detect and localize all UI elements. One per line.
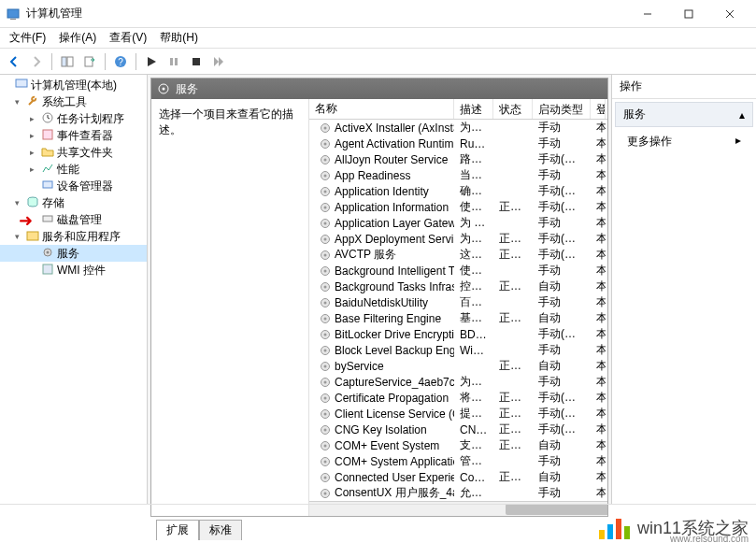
restart-service-button[interactable] <box>208 51 229 72</box>
service-startup: 自动 <box>533 310 591 326</box>
maximize-button[interactable] <box>668 1 709 27</box>
svg-point-28 <box>163 88 165 91</box>
tree-event-viewer[interactable]: ▸事件查看器 <box>0 127 147 144</box>
service-row[interactable]: AVCTP 服务这是 ...正在 ...手动(触发 ...本 <box>309 247 607 263</box>
service-row[interactable]: Application Information使用 ...正在 ...手动(触发… <box>309 199 607 215</box>
service-icon <box>319 392 332 405</box>
gear-folder-icon <box>26 229 39 245</box>
service-row[interactable]: AppX Deployment Service ...为部 ...正在 ...手… <box>309 231 607 247</box>
service-logon: 本 <box>591 294 606 310</box>
service-row[interactable]: BitLocker Drive Encryption ...BDE...手动(触… <box>309 326 607 342</box>
service-row[interactable]: Background Tasks Infrastru...控制 ...正在 ..… <box>309 279 607 294</box>
tree-shared-folders[interactable]: ▸共享文件夹 <box>0 144 147 161</box>
svg-point-48 <box>324 269 327 272</box>
service-row[interactable]: Client License Service (Clip...提供 ...正在 … <box>309 406 607 422</box>
service-logon: 本 <box>591 390 606 406</box>
service-desc: 使用 ... <box>454 199 493 215</box>
service-row[interactable]: BaiduNetdiskUtility百度 ...手动本 <box>309 294 607 310</box>
toolbar-separator <box>105 53 106 70</box>
svg-point-70 <box>324 444 327 447</box>
tree-performance[interactable]: ▸性能 <box>0 161 147 178</box>
minimize-button[interactable] <box>627 1 668 27</box>
help-button[interactable]: ? <box>110 51 131 72</box>
menu-view[interactable]: 查看(V) <box>104 28 152 48</box>
service-icon <box>319 233 332 246</box>
close-button[interactable] <box>709 1 750 27</box>
svg-rect-19 <box>43 130 52 139</box>
service-row[interactable]: Block Level Backup Engine ...Win...手动本 <box>309 342 607 358</box>
tree-device-manager[interactable]: 设备管理器 <box>0 178 147 194</box>
service-row[interactable]: COM+ Event System支持 ...正在 ...自动本 <box>309 437 607 453</box>
forward-button[interactable] <box>26 51 47 72</box>
service-row[interactable]: byService正在 ...自动本 <box>309 358 607 374</box>
main-area: 计算机管理(本地) ▾系统工具 ▸任务计划程序 ▸事件查看器 ▸共享文件夹 ▸性… <box>0 75 756 504</box>
back-button[interactable] <box>4 51 24 72</box>
svg-point-74 <box>324 476 327 479</box>
service-logon: 本 <box>591 151 606 167</box>
col-name[interactable]: 名称 <box>309 99 454 119</box>
service-row[interactable]: Application Identity确定 ...手动(触发 ...本 <box>309 183 607 199</box>
tree-services[interactable]: 服务 <box>0 245 147 262</box>
service-status: 正在 ... <box>493 247 533 263</box>
tree-disk-management[interactable]: 磁盘管理 <box>0 211 147 228</box>
service-row[interactable]: App Readiness当用 ...手动本 <box>309 167 607 183</box>
device-icon <box>41 179 54 194</box>
col-startup[interactable]: 启动类型 <box>533 99 591 119</box>
service-name: ConsentUX 用户服务_4aeb... <box>335 485 454 501</box>
service-row[interactable]: Connected User Experienc...Con...正在 ...自… <box>309 469 607 485</box>
service-row[interactable]: COM+ System Application管理 ...手动本 <box>309 453 607 469</box>
show-hide-tree-button[interactable] <box>57 51 78 72</box>
svg-point-50 <box>324 285 327 288</box>
chevron-up-icon: ▴ <box>739 108 745 121</box>
actions-header: 操作 <box>612 75 756 99</box>
disk-icon <box>41 212 54 228</box>
tree-task-scheduler[interactable]: ▸任务计划程序 <box>0 110 147 127</box>
service-row[interactable]: Background Intelligent Tra...使用 ...手动本 <box>309 263 607 279</box>
service-desc: 百度 ... <box>454 294 493 310</box>
service-row[interactable]: ConsentUX 用户服务_4aeb...允许 ...手动本 <box>309 485 607 501</box>
tree-services-apps[interactable]: ▾服务和应用程序 <box>0 228 147 245</box>
svg-point-40 <box>324 206 327 208</box>
service-row[interactable]: Application Layer Gateway ...为 In...手动本 <box>309 215 607 231</box>
svg-rect-13 <box>175 58 178 65</box>
tree-system-tools[interactable]: ▾系统工具 <box>0 93 147 110</box>
menubar: 文件(F) 操作(A) 查看(V) 帮助(H) <box>0 28 756 49</box>
tree-storage[interactable]: ▾存储 <box>0 194 147 211</box>
service-icon <box>319 121 332 135</box>
service-row[interactable]: AllJoyn Router Service路由 ...手动(触发 ...本 <box>309 151 607 167</box>
col-desc[interactable]: 描述 <box>454 99 493 119</box>
col-status[interactable]: 状态 <box>493 99 533 119</box>
service-startup: 手动 <box>533 120 591 136</box>
service-icon <box>319 328 332 341</box>
service-row[interactable]: CNG Key IsolationCNG...正在 ...手动(触发 ...本 <box>309 422 607 437</box>
menu-help[interactable]: 帮助(H) <box>154 28 204 48</box>
gear-icon <box>41 246 54 262</box>
service-startup: 自动 <box>533 358 591 374</box>
gear-icon <box>157 82 170 95</box>
start-service-button[interactable] <box>141 51 162 72</box>
service-name: Certificate Propagation <box>335 392 449 405</box>
service-status: 正在 ... <box>493 406 533 422</box>
svg-point-42 <box>324 221 327 224</box>
actions-more[interactable]: 更多操作 ▸ <box>612 130 756 153</box>
service-logon: 本 <box>591 453 606 469</box>
svg-point-64 <box>324 396 327 399</box>
tree-root[interactable]: 计算机管理(本地) <box>0 77 147 93</box>
pause-service-button[interactable] <box>164 51 184 72</box>
service-row[interactable]: Base Filtering Engine基本 ...正在 ...自动本 <box>309 310 607 326</box>
stop-service-button[interactable] <box>186 51 207 72</box>
service-row[interactable]: Agent Activation Runtime ...Runt...手动本 <box>309 136 607 151</box>
service-icon <box>319 185 332 198</box>
export-button[interactable] <box>79 51 100 72</box>
menu-action[interactable]: 操作(A) <box>53 28 102 48</box>
menu-file[interactable]: 文件(F) <box>4 28 51 48</box>
service-row[interactable]: ActiveX Installer (AxInstSV)为从 ...手动本 <box>309 120 607 136</box>
tree-wmi[interactable]: WMI 控件 <box>0 262 147 279</box>
service-startup: 手动(触发 ... <box>533 183 591 199</box>
svg-point-25 <box>47 250 50 253</box>
col-logon[interactable]: 登 <box>591 99 606 119</box>
service-icon <box>319 407 332 421</box>
service-row[interactable]: CaptureService_4aeb7ca为调 ...手动本 <box>309 374 607 390</box>
actions-group[interactable]: 服务 ▴ <box>615 102 753 127</box>
service-row[interactable]: Certificate Propagation将用 ...正在 ...手动(触发… <box>309 390 607 406</box>
